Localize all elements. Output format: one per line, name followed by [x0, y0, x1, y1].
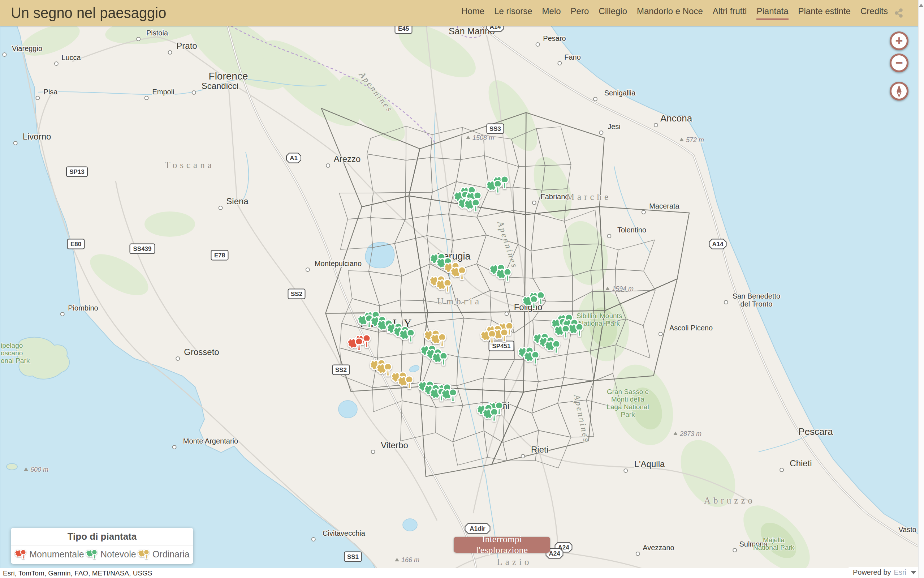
road-shield-ss2: SS2: [288, 289, 305, 299]
legend-item-label: Monumentale: [29, 549, 84, 560]
svg-text:Senigallia: Senigallia: [604, 89, 636, 97]
svg-text:Florence: Florence: [209, 70, 248, 82]
nav-item-pero[interactable]: Pero: [571, 6, 589, 20]
tree-leaf-icon: [15, 549, 27, 560]
road-shield-a1: A1: [286, 153, 301, 163]
nav-item-altri-frutti[interactable]: Altri frutti: [713, 6, 747, 20]
svg-text:L'Aquila: L'Aquila: [634, 459, 665, 469]
svg-text:Piombino: Piombino: [68, 304, 98, 312]
region-label: Lazio: [497, 557, 532, 567]
svg-text:2873 m: 2873 m: [680, 430, 701, 437]
svg-text:Montepulciano: Montepulciano: [315, 260, 362, 268]
svg-text:E78: E78: [214, 252, 225, 259]
svg-text:Ancona: Ancona: [660, 113, 693, 123]
svg-text:Vasto: Vasto: [898, 526, 916, 534]
nav-item-home[interactable]: Home: [461, 6, 484, 20]
road-shield-ss439: SS439: [130, 244, 155, 254]
legend-items: MonumentaleNotevoleOrdinaria: [11, 546, 193, 564]
region-label: Umbria: [437, 296, 482, 306]
compass-button[interactable]: [890, 82, 908, 101]
region-label: Marche: [566, 192, 611, 202]
nav-item-mandorlo-e-noce[interactable]: Mandorlo e Noce: [637, 6, 703, 20]
svg-text:SP13: SP13: [70, 169, 84, 175]
share-icon[interactable]: [894, 8, 904, 18]
svg-text:Arezzo: Arezzo: [334, 154, 361, 164]
svg-text:SS1: SS1: [347, 554, 359, 560]
attribution-sources: Esri, TomTom, Garmin, FAO, METI/NASA, US…: [3, 569, 152, 577]
road-shield-ss3: SS3: [487, 124, 504, 134]
stop-exploration-button[interactable]: Interrompi l'esplorazione: [454, 537, 550, 553]
scroll-up-arrow-icon[interactable]: [919, 3, 923, 7]
svg-text:Grosseto: Grosseto: [184, 347, 219, 357]
road-shield-a1dir: A1dir: [465, 524, 490, 534]
nav-item-piantata[interactable]: Piantata: [756, 6, 788, 20]
svg-text:SS439: SS439: [133, 245, 151, 252]
compass-needle-icon: [893, 85, 905, 97]
powered-prefix: Powered by: [853, 568, 891, 576]
svg-text:Empoli: Empoli: [152, 88, 174, 96]
road-shield-ss2: SS2: [333, 365, 350, 375]
region-label: Toscana: [165, 160, 215, 170]
svg-text:A14: A14: [712, 241, 723, 248]
road-shield-sp13: SP13: [66, 167, 87, 177]
city-label: Florence: [209, 70, 248, 82]
svg-text:Ascoli Piceno: Ascoli Piceno: [669, 324, 713, 332]
main-nav: HomeLe risorseMeloPeroCiliegioMandorlo e…: [461, 6, 888, 20]
svg-text:Jesi: Jesi: [608, 123, 621, 130]
svg-text:Fabriano: Fabriano: [541, 193, 569, 201]
svg-text:Rieti: Rieti: [531, 445, 549, 455]
svg-text:SS3: SS3: [489, 125, 501, 132]
region-label: Abruzzo: [704, 495, 755, 505]
svg-text:166 m: 166 m: [401, 556, 419, 563]
road-shield-ss1: SS1: [345, 552, 362, 562]
svg-text:A1dir: A1dir: [469, 525, 485, 532]
legend-title: Tipo di piantata: [11, 528, 193, 546]
nav-item-credits[interactable]: Credits: [861, 6, 888, 20]
powered-brand-esri[interactable]: Esri: [894, 568, 906, 576]
tree-leaf-icon: [138, 549, 150, 560]
svg-text:Lucca: Lucca: [61, 54, 81, 62]
svg-text:Siena: Siena: [226, 196, 249, 206]
attribution-bar: Esri, TomTom, Garmin, FAO, METI/NASA, US…: [0, 568, 919, 578]
svg-text:SP451: SP451: [492, 343, 510, 349]
page-title: Un segno nel paesaggio: [11, 4, 166, 22]
svg-text:1594 m: 1594 m: [612, 285, 634, 292]
attribution-expand-caret-icon[interactable]: [911, 571, 916, 575]
svg-text:Prato: Prato: [176, 41, 197, 50]
zoom-out-button[interactable]: −: [890, 54, 908, 72]
legend-item-monumentale: Monumentale: [15, 549, 84, 560]
map-controls: + −: [890, 31, 908, 101]
svg-text:Pesaro: Pesaro: [543, 34, 566, 42]
svg-text:600 m: 600 m: [30, 466, 49, 473]
legend-item-notevole: Notevole: [86, 549, 136, 560]
svg-text:Viterbo: Viterbo: [381, 440, 408, 450]
legend-item-ordinaria: Ordinaria: [138, 549, 189, 560]
svg-text:A1: A1: [290, 155, 298, 162]
svg-text:Fano: Fano: [564, 53, 581, 61]
lake-bolsena: [338, 401, 357, 418]
lake-bracciano: [403, 519, 417, 531]
legend-item-label: Notevole: [100, 549, 136, 560]
nav-item-le-risorse[interactable]: Le risorse: [494, 6, 532, 20]
basemap[interactable]: ViareggioLuccaPistoiaPratoFlorenceScandi…: [0, 0, 924, 578]
svg-text:E45: E45: [398, 25, 409, 32]
road-shield-e78: E78: [211, 250, 228, 260]
header-bar: Un segno nel paesaggio HomeLe risorseMel…: [0, 0, 924, 26]
zoom-in-button[interactable]: +: [890, 31, 908, 50]
legend-item-label: Ordinaria: [152, 549, 189, 560]
page-scrollbar[interactable]: [918, 0, 924, 578]
nav-item-ciliegio[interactable]: Ciliegio: [599, 6, 627, 20]
svg-text:1508 m: 1508 m: [473, 134, 494, 141]
nav-item-melo[interactable]: Melo: [542, 6, 561, 20]
city-label: Vasto: [898, 526, 916, 534]
svg-text:Monte Argentario: Monte Argentario: [183, 437, 238, 445]
svg-text:Pescara: Pescara: [798, 426, 833, 437]
svg-text:E80: E80: [70, 241, 81, 248]
nav-item-piante-estinte[interactable]: Piante estinte: [798, 6, 851, 20]
svg-text:Viareggio: Viareggio: [12, 44, 42, 52]
road-shield-a14: A14: [709, 239, 727, 249]
svg-text:Tolentino: Tolentino: [617, 226, 646, 234]
powered-by: Powered by Esri: [847, 567, 919, 578]
svg-text:SS2: SS2: [291, 291, 303, 297]
svg-text:Civitavecchia: Civitavecchia: [322, 529, 366, 537]
